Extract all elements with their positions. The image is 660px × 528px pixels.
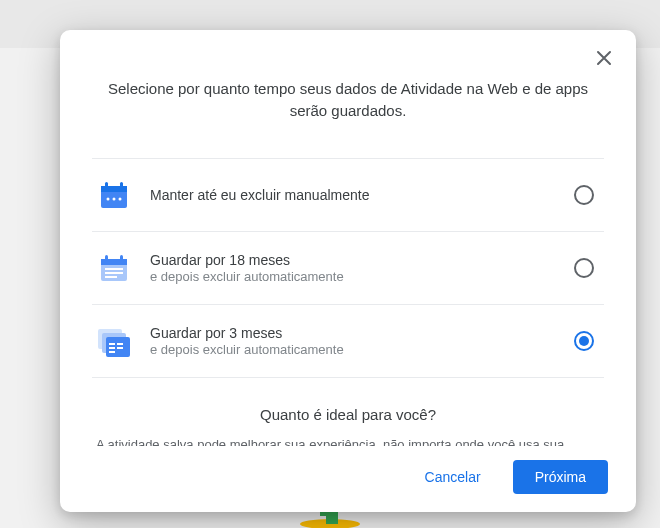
option-title: Guardar por 18 meses — [150, 252, 556, 268]
next-button[interactable]: Próxima — [513, 460, 608, 494]
cancel-button[interactable]: Cancelar — [403, 460, 503, 494]
svg-rect-11 — [120, 255, 123, 261]
option-subtitle: e depois excluir automaticamente — [150, 342, 556, 357]
dialog-subtitle: Selecione por quanto tempo seus dados de… — [92, 78, 604, 122]
svg-rect-4 — [120, 182, 123, 188]
option-text: Guardar por 3 meses e depois excluir aut… — [150, 325, 556, 357]
radio-button[interactable] — [574, 258, 594, 278]
svg-rect-9 — [101, 259, 127, 265]
svg-rect-19 — [117, 343, 123, 345]
option-title: Guardar por 3 meses — [150, 325, 556, 341]
dialog-footer: Cancelar Próxima — [60, 446, 636, 512]
option-title: Manter até eu excluir manualmente — [150, 187, 556, 203]
option-text: Guardar por 18 meses e depois excluir au… — [150, 252, 556, 284]
dialog-body: Selecione por quanto tempo seus dados de… — [60, 30, 636, 446]
svg-point-7 — [119, 197, 122, 200]
calendar-stack-icon — [96, 323, 132, 359]
svg-rect-2 — [101, 186, 127, 192]
svg-rect-10 — [105, 255, 108, 261]
option-keep-manual[interactable]: Manter até eu excluir manualmente — [92, 159, 604, 232]
close-button[interactable] — [590, 44, 618, 72]
info-title: Quanto é ideal para você? — [96, 406, 600, 423]
calendar-dots-icon — [96, 177, 132, 213]
svg-rect-14 — [105, 276, 117, 278]
svg-rect-22 — [109, 351, 115, 353]
close-icon — [596, 50, 612, 66]
option-3-months[interactable]: Guardar por 3 meses e depois excluir aut… — [92, 305, 604, 378]
option-subtitle: e depois excluir automaticamente — [150, 269, 556, 284]
info-body: A atividade salva pode melhorar sua expe… — [96, 435, 600, 447]
calendar-lines-icon — [96, 250, 132, 286]
svg-rect-20 — [109, 347, 115, 349]
settings-dialog: Selecione por quanto tempo seus dados de… — [60, 30, 636, 512]
radio-button[interactable] — [574, 185, 594, 205]
svg-rect-13 — [105, 272, 123, 274]
svg-rect-21 — [117, 347, 123, 349]
svg-rect-12 — [105, 268, 123, 270]
svg-point-6 — [113, 197, 116, 200]
svg-rect-3 — [105, 182, 108, 188]
retention-options: Manter até eu excluir manualmente Guarda… — [92, 158, 604, 378]
radio-button[interactable] — [574, 331, 594, 351]
option-text: Manter até eu excluir manualmente — [150, 187, 556, 203]
option-18-months[interactable]: Guardar por 18 meses e depois excluir au… — [92, 232, 604, 305]
svg-rect-18 — [109, 343, 115, 345]
svg-point-5 — [107, 197, 110, 200]
info-section: Quanto é ideal para você? A atividade sa… — [92, 378, 604, 447]
